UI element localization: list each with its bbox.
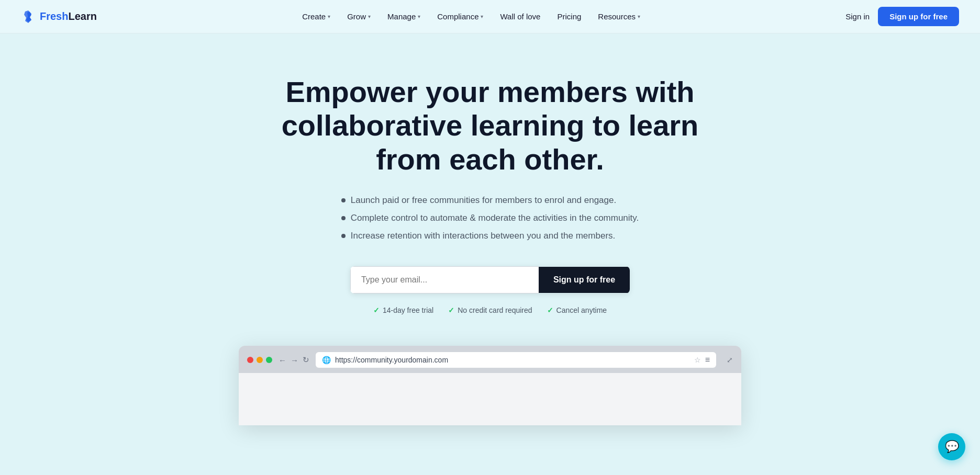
browser-nav-buttons: ← → ↻ [279,355,309,365]
bullet-2: Complete control to automate & moderate … [341,213,639,223]
bullet-dot [341,198,346,202]
trust-trial: ✓ 14-day free trial [373,306,433,314]
trust-cancel: ✓ Cancel anytime [547,306,607,314]
refresh-icon: ↻ [303,355,309,365]
logo-icon [21,9,36,24]
check-icon: ✓ [448,306,454,314]
logo-text: FreshLearn [40,10,97,22]
nav-resources[interactable]: Resources ▾ [591,8,648,25]
hero-signup-button[interactable]: Sign up for free [539,267,630,293]
nav-compliance[interactable]: Compliance ▾ [430,8,491,25]
trust-no-card: ✓ No credit card required [448,306,532,314]
nav-pricing[interactable]: Pricing [550,8,588,25]
nav-manage[interactable]: Manage ▾ [380,8,428,25]
star-icon: ☆ [694,356,701,364]
trust-badges: ✓ 14-day free trial ✓ No credit card req… [373,306,607,314]
browser-body [239,373,741,425]
browser-maximize-dot [266,357,272,363]
browser-chrome: ← → ↻ 🌐 https://community.yourdomain.com… [239,346,741,373]
check-icon: ✓ [547,306,553,314]
bullet-dot [341,216,346,220]
browser-mockup: ← → ↻ 🌐 https://community.yourdomain.com… [239,346,741,425]
back-icon: ← [279,356,286,365]
expand-icon: ⤢ [727,356,733,364]
menu-icon: ≡ [705,355,710,365]
forward-icon: → [291,356,298,365]
browser-addressbar: 🌐 https://community.yourdomain.com ☆ ≡ [316,352,716,368]
logo-link[interactable]: FreshLearn [21,9,97,24]
browser-close-dot [247,357,253,363]
hero-title: Empower your members with collaborative … [254,75,726,176]
browser-url: https://community.yourdomain.com [335,356,448,364]
sign-in-link[interactable]: Sign in [845,12,870,21]
email-input[interactable] [350,266,539,293]
chevron-down-icon: ▾ [638,14,640,19]
bullet-3: Increase retention with interactions bet… [341,231,616,241]
hero-section: Empower your members with collaborative … [0,33,980,425]
nav-create[interactable]: Create ▾ [295,8,338,25]
hero-bullets: Launch paid or free communities for memb… [341,195,639,241]
nav-grow[interactable]: Grow ▾ [340,8,378,25]
nav-actions: Sign in Sign up for free [845,7,959,26]
check-icon: ✓ [373,306,380,314]
bullet-1: Launch paid or free communities for memb… [341,195,616,206]
navbar: FreshLearn Create ▾ Grow ▾ Manage ▾ Comp… [0,0,980,33]
email-form: Sign up for free [350,266,630,293]
nav-links: Create ▾ Grow ▾ Manage ▾ Compliance ▾ Wa… [295,8,648,25]
nav-wall-of-love[interactable]: Wall of love [493,8,548,25]
chevron-down-icon: ▾ [368,14,371,19]
chat-button[interactable]: 💬 [938,433,965,460]
browser-dots [247,357,272,363]
nav-signup-button[interactable]: Sign up for free [878,7,959,26]
chevron-down-icon: ▾ [328,14,330,19]
bullet-dot [341,234,346,238]
chevron-down-icon: ▾ [418,14,420,19]
globe-icon: 🌐 [322,356,331,364]
browser-minimize-dot [257,357,263,363]
chat-bubble-icon: 💬 [945,440,959,454]
chevron-down-icon: ▾ [481,14,483,19]
